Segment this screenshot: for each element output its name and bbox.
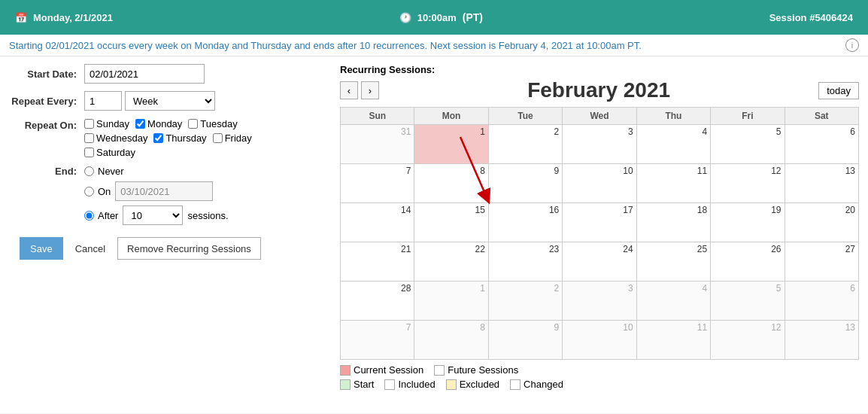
checkbox-monday-input[interactable]: [135, 119, 145, 129]
header-date-text: Monday, 2/1/2021: [33, 12, 113, 23]
end-on-label: On: [98, 186, 111, 197]
calendar-cell[interactable]: 11: [636, 321, 710, 360]
calendar-cell[interactable]: 3: [563, 125, 636, 164]
calendar-cell[interactable]: 4: [636, 282, 710, 321]
end-on-radio[interactable]: [84, 187, 94, 196]
calendar-cell[interactable]: 18: [636, 203, 710, 242]
calendar-cell[interactable]: 22: [414, 242, 488, 282]
repeat-every-unit-select[interactable]: Week Day Month: [125, 91, 215, 111]
day-number: 1: [417, 283, 484, 294]
day-number: 23: [492, 244, 559, 254]
day-number: 21: [344, 244, 411, 254]
calendar-cell[interactable]: 25: [636, 242, 710, 282]
end-after-sessions-select[interactable]: 10 5 15 20: [123, 205, 183, 225]
repeat-every-number-input[interactable]: [84, 91, 122, 111]
end-on-option[interactable]: On: [84, 186, 111, 197]
header-date: 📅 Monday, 2/1/2021: [15, 12, 113, 23]
calendar-cell[interactable]: 10: [563, 164, 636, 203]
calendar-cell[interactable]: 6: [785, 125, 858, 164]
checkbox-wednesday-input[interactable]: [84, 133, 94, 143]
end-never-option[interactable]: Never: [84, 166, 124, 177]
checkbox-saturday-input[interactable]: [84, 148, 94, 157]
end-after-option[interactable]: After: [84, 210, 118, 221]
legend-current-box: [340, 365, 351, 376]
cancel-button[interactable]: Cancel: [69, 239, 111, 258]
end-after-radio[interactable]: [84, 211, 94, 221]
day-number: 4: [640, 283, 707, 294]
calendar-cell[interactable]: 7: [341, 321, 414, 360]
checkbox-tuesday[interactable]: Tuesday: [188, 118, 237, 129]
calendar-cell[interactable]: 9: [488, 321, 562, 360]
calendar-prev-button[interactable]: ‹: [340, 81, 358, 99]
legend-excluded-box: [446, 379, 457, 390]
calendar-cell[interactable]: 15: [414, 203, 488, 242]
calendar-cell[interactable]: 3: [563, 282, 636, 321]
legend-current-label: Current Session: [354, 364, 423, 376]
info-icon[interactable]: i: [845, 38, 859, 52]
calendar-cell[interactable]: 5: [711, 125, 785, 164]
calendar-cell[interactable]: 12: [711, 321, 785, 360]
repeat-on-row: Repeat On: Sunday Monday Tuesday Wednesd…: [9, 118, 325, 158]
calendar-cell[interactable]: 11: [636, 164, 710, 203]
calendar-cell[interactable]: 26: [711, 242, 785, 282]
calendar-cell[interactable]: 16: [488, 203, 562, 242]
calendar-next-button[interactable]: ›: [361, 81, 379, 99]
calendar-cell[interactable]: 6: [785, 282, 858, 321]
calendar-cell[interactable]: 9: [488, 164, 562, 203]
today-button[interactable]: today: [818, 82, 859, 99]
cal-header-tue: Tue: [488, 108, 562, 125]
session-label: Session #5406424: [769, 12, 853, 23]
calendar-cell[interactable]: 2: [488, 282, 562, 321]
calendar-cell[interactable]: 28: [341, 282, 414, 321]
end-never-label: Never: [98, 166, 124, 177]
checkbox-sunday[interactable]: Sunday: [84, 118, 129, 129]
calendar-cell[interactable]: 8: [414, 164, 488, 203]
calendar-cell[interactable]: 1: [414, 282, 488, 321]
calendar-cell[interactable]: 5: [711, 282, 785, 321]
day-number: 1: [417, 126, 484, 137]
calendar-cell[interactable]: 23: [488, 242, 562, 282]
calendar-cell[interactable]: 31: [341, 125, 414, 164]
legend-row-2: Start Included Excluded Changed: [340, 379, 859, 390]
checkbox-friday-input[interactable]: [213, 133, 223, 143]
legend-current-session: Current Session: [340, 364, 423, 376]
day-number: 26: [714, 244, 781, 254]
checkbox-thursday[interactable]: Thursday: [153, 132, 206, 144]
end-never-radio[interactable]: [84, 166, 94, 176]
calendar-cell[interactable]: 13: [785, 164, 858, 203]
calendar-cell[interactable]: 13: [785, 321, 858, 360]
checkbox-thursday-input[interactable]: [153, 133, 163, 143]
calendar-cell[interactable]: 2: [488, 125, 562, 164]
checkbox-sunday-input[interactable]: [84, 119, 94, 129]
legend-changed-box: [510, 379, 520, 390]
calendar-cell[interactable]: 20: [785, 203, 858, 242]
checkbox-saturday[interactable]: Saturday: [84, 147, 135, 158]
legend-included-label: Included: [398, 379, 435, 390]
checkbox-friday[interactable]: Friday: [213, 132, 252, 144]
calendar-cell[interactable]: 19: [711, 203, 785, 242]
calendar-cell[interactable]: 17: [563, 203, 636, 242]
end-on-date-input[interactable]: [115, 181, 213, 201]
day-number: 11: [640, 322, 707, 333]
legend-start: Start: [340, 379, 374, 390]
start-date-input[interactable]: [84, 64, 205, 84]
calendar-cell[interactable]: 24: [563, 242, 636, 282]
header-time-text: 10:00am: [417, 12, 457, 23]
save-button[interactable]: Save: [20, 237, 63, 260]
calendar-cell[interactable]: 10: [563, 321, 636, 360]
calendar-cell[interactable]: 21: [341, 242, 414, 282]
cal-header-mon: Mon: [414, 108, 488, 125]
checkbox-tuesday-input[interactable]: [188, 119, 198, 129]
checkbox-monday[interactable]: Monday: [135, 118, 182, 129]
remove-recurring-sessions-button[interactable]: Remove Recurring Sessions: [117, 237, 261, 260]
calendar-cell[interactable]: 12: [711, 164, 785, 203]
calendar-cell[interactable]: 4: [636, 125, 710, 164]
calendar-cell[interactable]: 27: [785, 242, 858, 282]
recurring-sessions-label: Recurring Sessions:: [340, 64, 859, 75]
calendar-cell[interactable]: 14: [341, 203, 414, 242]
calendar-cell[interactable]: 1: [414, 125, 488, 164]
calendar-cell[interactable]: 8: [414, 321, 488, 360]
calendar-cell[interactable]: 7: [341, 164, 414, 203]
checkbox-wednesday[interactable]: Wednesday: [84, 132, 147, 144]
legend-start-box: [340, 379, 351, 390]
